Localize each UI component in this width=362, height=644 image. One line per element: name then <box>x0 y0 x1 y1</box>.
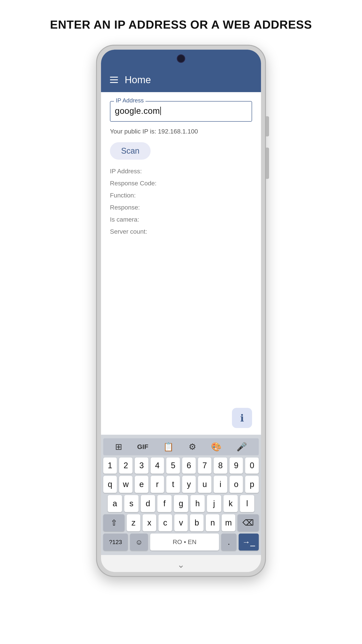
keyboard-number-row: 1 2 3 4 5 6 7 8 9 0 <box>103 458 259 474</box>
key-shift[interactable]: ⇧ <box>103 514 124 531</box>
result-server-count: Server count: <box>110 228 252 235</box>
key-v[interactable]: v <box>174 514 188 531</box>
public-ip-text: Your public IP is: 192.168.1.100 <box>110 128 252 135</box>
key-t[interactable]: t <box>166 476 180 493</box>
keyboard-apps-icon[interactable]: ⊞ <box>115 442 122 452</box>
key-8[interactable]: 8 <box>214 458 227 474</box>
key-n[interactable]: n <box>206 514 219 531</box>
key-0[interactable]: 0 <box>245 458 259 474</box>
keyboard-row-4: ?123 ☺ RO • EN . →⎯ <box>103 534 259 550</box>
keyboard-row-3: ⇧ z x c v b n m ⌫ <box>103 514 259 531</box>
key-period[interactable]: . <box>221 534 236 550</box>
key-space[interactable]: RO • EN <box>150 534 219 550</box>
fab-info-button[interactable]: ℹ <box>232 408 252 428</box>
hamburger-line-1 <box>110 77 118 78</box>
screen-content: IP Address google.com Your public IP is:… <box>101 92 261 435</box>
key-m[interactable]: m <box>222 514 235 531</box>
key-j[interactable]: j <box>207 495 221 512</box>
text-cursor <box>160 107 161 115</box>
ip-address-value: google.com <box>115 104 247 118</box>
hamburger-line-2 <box>110 80 118 80</box>
keyboard-row-1: q w e r t y u i o p <box>103 476 259 493</box>
info-icon: ℹ <box>240 412 244 424</box>
key-h[interactable]: h <box>190 495 205 512</box>
power-button <box>266 116 269 136</box>
keyboard: ⊞ GIF 📋 ⚙ 🎨 🎤 1 2 3 4 5 6 7 8 9 0 <box>101 435 261 555</box>
key-7[interactable]: 7 <box>198 458 212 474</box>
key-k[interactable]: k <box>223 495 238 512</box>
key-f[interactable]: f <box>157 495 172 512</box>
key-p[interactable]: p <box>245 476 259 493</box>
result-response: Response: <box>110 204 252 211</box>
phone-mockup: Home IP Address google.com Your public I… <box>96 45 266 577</box>
ip-address-text: google.com <box>115 106 160 116</box>
key-numeric[interactable]: ?123 <box>103 534 128 550</box>
page-title: ENTER AN IP ADDRESS OR A WEB ADDRESS <box>50 18 312 31</box>
screen-top <box>101 50 261 68</box>
key-1[interactable]: 1 <box>103 458 117 474</box>
keyboard-gif-button[interactable]: GIF <box>137 443 148 450</box>
result-ip-address: IP Address: <box>110 168 252 175</box>
keyboard-clipboard-icon[interactable]: 📋 <box>163 442 174 452</box>
keyboard-toolbar: ⊞ GIF 📋 ⚙ 🎨 🎤 <box>103 438 259 455</box>
bottom-chevron: ⌄ <box>101 555 261 572</box>
key-i[interactable]: i <box>214 476 227 493</box>
result-response-code: Response Code: <box>110 180 252 187</box>
keyboard-mic-icon[interactable]: 🎤 <box>236 442 247 452</box>
key-b[interactable]: b <box>190 514 204 531</box>
key-y[interactable]: y <box>182 476 196 493</box>
ip-address-label: IP Address <box>114 97 145 104</box>
app-bar: Home <box>101 68 261 92</box>
result-is-camera: Is camera: <box>110 216 252 223</box>
keyboard-settings-icon[interactable]: ⚙ <box>189 442 196 452</box>
key-c[interactable]: c <box>158 514 172 531</box>
key-enter[interactable]: →⎯ <box>239 534 259 550</box>
camera-dot <box>177 54 185 63</box>
key-u[interactable]: u <box>198 476 212 493</box>
scan-button[interactable]: Scan <box>110 142 151 160</box>
key-delete[interactable]: ⌫ <box>238 514 259 531</box>
key-q[interactable]: q <box>103 476 117 493</box>
phone-screen: Home IP Address google.com Your public I… <box>101 50 261 572</box>
key-l[interactable]: l <box>240 495 254 512</box>
key-a[interactable]: a <box>108 495 122 512</box>
key-emoji[interactable]: ☺ <box>130 534 148 550</box>
hamburger-menu-button[interactable] <box>110 77 118 83</box>
key-o[interactable]: o <box>230 476 243 493</box>
key-d[interactable]: d <box>141 495 155 512</box>
ip-address-input-container[interactable]: IP Address google.com <box>110 101 252 122</box>
key-r[interactable]: r <box>151 476 164 493</box>
app-bar-title: Home <box>125 74 151 86</box>
key-5[interactable]: 5 <box>166 458 180 474</box>
key-z[interactable]: z <box>127 514 140 531</box>
key-2[interactable]: 2 <box>119 458 133 474</box>
volume-button <box>266 148 269 179</box>
key-3[interactable]: 3 <box>135 458 148 474</box>
key-9[interactable]: 9 <box>230 458 243 474</box>
key-s[interactable]: s <box>124 495 139 512</box>
key-e[interactable]: e <box>135 476 148 493</box>
hamburger-line-3 <box>110 82 118 83</box>
keyboard-row-2: a s d f g h j k l <box>103 495 259 512</box>
key-w[interactable]: w <box>119 476 133 493</box>
keyboard-theme-icon[interactable]: 🎨 <box>211 442 221 452</box>
key-4[interactable]: 4 <box>151 458 164 474</box>
key-g[interactable]: g <box>174 495 188 512</box>
key-6[interactable]: 6 <box>182 458 196 474</box>
key-x[interactable]: x <box>143 514 156 531</box>
result-function: Function: <box>110 192 252 199</box>
